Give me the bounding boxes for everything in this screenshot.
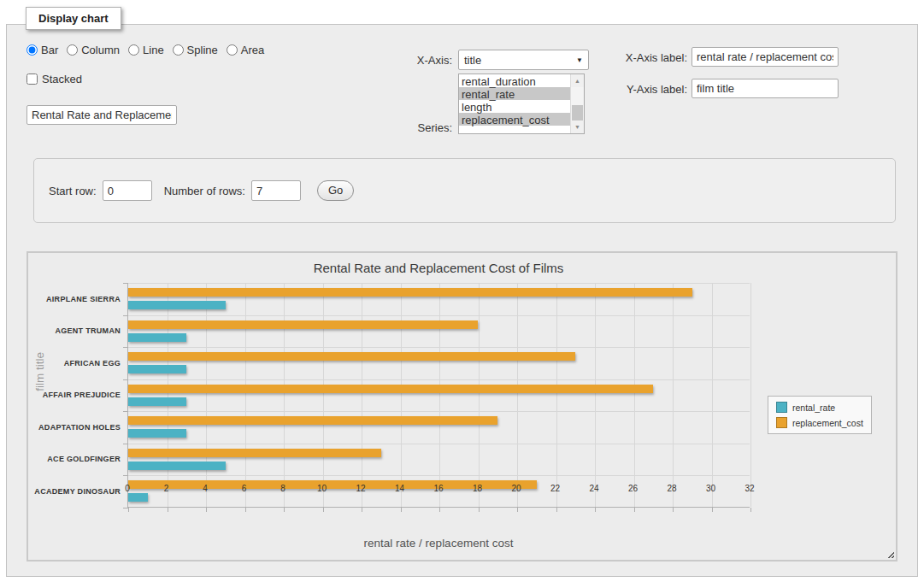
legend-swatch-icon	[776, 402, 787, 413]
category-label: AFFAIR PREJUDICE	[43, 391, 121, 399]
bar-rental-rate[interactable]	[128, 365, 186, 373]
x-tick-label: 2	[164, 484, 169, 493]
x-tick-label: 8	[280, 484, 285, 493]
x-gridline	[595, 283, 596, 507]
display-chart-fieldset: Display chart BarColumnLineSplineArea St…	[6, 24, 918, 577]
x-gridline	[673, 283, 674, 507]
x-tick-label: 24	[589, 484, 598, 493]
chart-type-radio-spline[interactable]	[173, 44, 184, 56]
x-gridline	[517, 283, 518, 507]
fieldset-legend: Display chart	[26, 7, 121, 30]
number-of-rows-label: Number of rows:	[164, 185, 245, 197]
chart-type-option-bar: Bar	[26, 44, 58, 56]
chart-type-radio-area[interactable]	[227, 44, 238, 56]
x-axis-select[interactable]: title ▼	[458, 50, 589, 70]
legend-item-replacement_cost[interactable]: replacement_cost	[776, 417, 863, 428]
category-gridline	[128, 379, 750, 380]
series-option-replacement_cost[interactable]: replacement_cost	[459, 113, 570, 126]
bar-replacement-cost[interactable]	[128, 288, 692, 297]
x-gridline	[323, 283, 324, 507]
x-axis-tick	[206, 508, 207, 512]
legend-item-rental_rate[interactable]: rental_rate	[776, 402, 863, 413]
y-axis-tick	[123, 315, 128, 316]
series-option-rental_rate[interactable]: rental_rate	[459, 87, 570, 100]
bar-rental-rate[interactable]	[128, 301, 226, 309]
chart-type-radio-column[interactable]	[67, 44, 78, 56]
x-tick-label: 18	[473, 484, 482, 493]
stacked-checkbox[interactable]	[26, 73, 38, 85]
series-scrollbar[interactable]: ▲ ▼	[570, 74, 584, 133]
x-axis-tick	[439, 508, 440, 512]
x-tick-label: 20	[511, 484, 521, 493]
series-option-rental_duration[interactable]: rental_duration	[459, 74, 570, 87]
bar-replacement-cost[interactable]	[128, 449, 381, 457]
x-tick-label: 30	[706, 484, 715, 493]
scroll-down-icon[interactable]: ▼	[571, 121, 584, 133]
go-button[interactable]: Go	[317, 180, 354, 201]
stacked-row: Stacked	[26, 73, 82, 85]
x-axis-tick	[479, 508, 480, 512]
chart-title: Rental Rate and Replacement Cost of Film…	[127, 261, 750, 275]
resize-handle-icon[interactable]	[886, 550, 894, 558]
category-label: ACADEMY DINOSAUR	[34, 487, 121, 496]
x-axis-tick	[401, 508, 402, 512]
x-axis-label-caption: X-Axis label:	[616, 51, 687, 64]
y-axis-label-input[interactable]	[692, 79, 839, 98]
x-gridline	[479, 283, 480, 507]
legend-label: replacement_cost	[792, 418, 863, 428]
series-multiselect[interactable]: rental_durationrental_ratelengthreplacem…	[458, 73, 585, 134]
y-axis-tick	[123, 444, 128, 444]
start-row-label: Start row:	[49, 185, 97, 197]
chart-type-radio-bar[interactable]	[26, 44, 38, 56]
x-tick-label: 28	[667, 484, 676, 493]
chart-type-label-line: Line	[143, 44, 164, 56]
x-axis-tick	[712, 508, 713, 512]
chart-type-option-column: Column	[67, 44, 120, 56]
bar-rental-rate[interactable]	[128, 493, 148, 502]
x-axis-title: rental rate / replacement cost	[127, 537, 750, 550]
y-axis-tick	[123, 475, 128, 476]
x-axis-tick	[750, 508, 751, 512]
series-label: Series:	[388, 121, 452, 134]
bar-replacement-cost[interactable]	[128, 416, 497, 425]
chart-title-input[interactable]	[26, 105, 177, 125]
category-label: AFRICAN EGG	[64, 359, 121, 367]
x-gridline	[750, 283, 751, 507]
series-option-length[interactable]: length	[459, 100, 570, 113]
bar-rental-rate[interactable]	[128, 429, 186, 438]
x-axis-tick	[634, 508, 635, 512]
x-tick-label: 32	[744, 484, 754, 493]
scroll-up-icon[interactable]: ▲	[571, 74, 584, 87]
bar-rental-rate[interactable]	[128, 397, 186, 406]
stacked-label: Stacked	[42, 73, 82, 85]
x-gridline	[556, 283, 557, 507]
x-axis-label-input[interactable]	[692, 47, 839, 67]
x-gridline	[439, 283, 440, 507]
chart-type-option-line: Line	[128, 44, 164, 56]
chart-type-radio-line[interactable]	[128, 44, 139, 56]
category-gridline	[128, 475, 750, 476]
y-axis-tick	[123, 379, 128, 380]
x-tick-label: 12	[356, 484, 365, 493]
bar-rental-rate[interactable]	[128, 461, 226, 470]
x-gridline	[362, 283, 362, 507]
x-axis-tick	[673, 508, 674, 512]
y-axis-label-caption: Y-Axis label:	[616, 83, 687, 96]
y-axis-tick	[123, 411, 128, 412]
category-label: ADAPTATION HOLES	[38, 423, 121, 432]
bar-rental-rate[interactable]	[128, 333, 186, 342]
x-gridline	[634, 283, 635, 507]
x-axis-tick	[517, 508, 518, 512]
chart-type-option-area: Area	[227, 44, 264, 56]
chart-type-label-column: Column	[81, 44, 120, 56]
start-row-input[interactable]	[103, 180, 152, 201]
category-label: ACE GOLDFINGER	[47, 455, 121, 463]
category-label: AIRPLANE SIERRA	[46, 295, 121, 303]
bar-replacement-cost[interactable]	[128, 352, 575, 361]
bar-replacement-cost[interactable]	[128, 385, 653, 393]
number-of-rows-input[interactable]	[251, 180, 301, 201]
x-tick-label: 0	[125, 484, 130, 493]
bar-replacement-cost[interactable]	[128, 320, 478, 329]
category-gridline	[128, 347, 750, 348]
x-axis-tick	[556, 508, 557, 512]
